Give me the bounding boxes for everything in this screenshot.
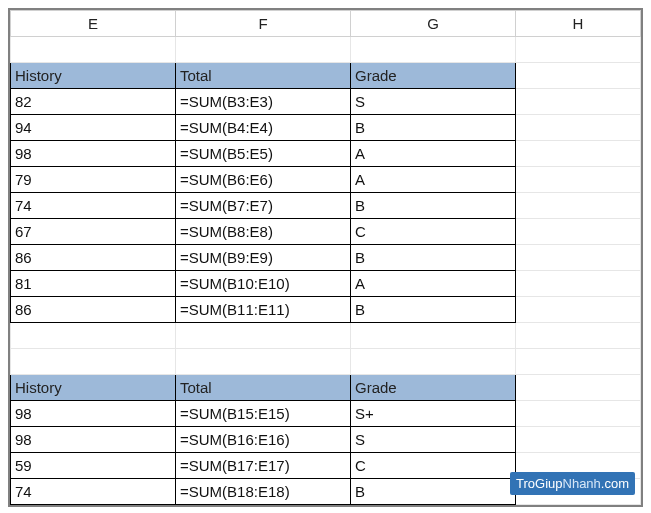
cell-grade[interactable]: B bbox=[351, 193, 516, 219]
col-header-F[interactable]: F bbox=[176, 11, 351, 37]
cell-grade[interactable]: A bbox=[351, 141, 516, 167]
cell-total[interactable]: =SUM(B6:E6) bbox=[176, 167, 351, 193]
cell-history[interactable]: 94 bbox=[11, 115, 176, 141]
cell-grade[interactable]: S+ bbox=[351, 401, 516, 427]
cell-grade[interactable]: C bbox=[351, 219, 516, 245]
table1-header-grade[interactable]: Grade bbox=[351, 63, 516, 89]
table1-header-row: History Total Grade bbox=[11, 63, 641, 89]
cell-grade[interactable]: B bbox=[351, 115, 516, 141]
cell-total[interactable]: =SUM(B16:E16) bbox=[176, 427, 351, 453]
cell[interactable] bbox=[516, 323, 641, 349]
col-header-G[interactable]: G bbox=[351, 11, 516, 37]
cell-history[interactable]: 81 bbox=[11, 271, 176, 297]
cell[interactable] bbox=[516, 427, 641, 453]
cell-grade[interactable]: C bbox=[351, 453, 516, 479]
table2-header-total[interactable]: Total bbox=[176, 375, 351, 401]
cell-history[interactable]: 59 bbox=[11, 453, 176, 479]
watermark-part-c: .com bbox=[601, 476, 629, 491]
cell-history[interactable]: 86 bbox=[11, 297, 176, 323]
table-row: 94 =SUM(B4:E4) B bbox=[11, 115, 641, 141]
cell-history[interactable]: 86 bbox=[11, 245, 176, 271]
cell[interactable] bbox=[516, 63, 641, 89]
cell-total[interactable]: =SUM(B8:E8) bbox=[176, 219, 351, 245]
spreadsheet-frame: E F G H History Total Grade 82 =SUM(B3:E… bbox=[8, 8, 643, 507]
cell[interactable] bbox=[351, 323, 516, 349]
table2-header-row: History Total Grade bbox=[11, 375, 641, 401]
watermark-part-a: TroGiup bbox=[516, 476, 562, 491]
cell-history[interactable]: 67 bbox=[11, 219, 176, 245]
cell[interactable] bbox=[176, 323, 351, 349]
cell-total[interactable]: =SUM(B11:E11) bbox=[176, 297, 351, 323]
cell-history[interactable]: 98 bbox=[11, 141, 176, 167]
table-row: 98 =SUM(B16:E16) S bbox=[11, 427, 641, 453]
cell-history[interactable]: 74 bbox=[11, 193, 176, 219]
table1-header-history[interactable]: History bbox=[11, 63, 176, 89]
table2-header-grade[interactable]: Grade bbox=[351, 375, 516, 401]
watermark-badge: TroGiupNhanh.com bbox=[510, 472, 635, 495]
col-header-E[interactable]: E bbox=[11, 11, 176, 37]
table-row: 86 =SUM(B9:E9) B bbox=[11, 245, 641, 271]
cell-history[interactable]: 98 bbox=[11, 427, 176, 453]
cell[interactable] bbox=[516, 219, 641, 245]
table-row: 79 =SUM(B6:E6) A bbox=[11, 167, 641, 193]
cell[interactable] bbox=[351, 37, 516, 63]
cell-history[interactable]: 82 bbox=[11, 89, 176, 115]
cell-history[interactable]: 98 bbox=[11, 401, 176, 427]
cell[interactable] bbox=[516, 401, 641, 427]
cell-grade[interactable]: B bbox=[351, 479, 516, 505]
cell[interactable] bbox=[516, 375, 641, 401]
cell-total[interactable]: =SUM(B15:E15) bbox=[176, 401, 351, 427]
cell[interactable] bbox=[516, 37, 641, 63]
cell[interactable] bbox=[516, 115, 641, 141]
cell[interactable] bbox=[516, 297, 641, 323]
table-row: 67 =SUM(B8:E8) C bbox=[11, 219, 641, 245]
cell-total[interactable]: =SUM(B7:E7) bbox=[176, 193, 351, 219]
cell-total[interactable]: =SUM(B5:E5) bbox=[176, 141, 351, 167]
cell[interactable] bbox=[11, 323, 176, 349]
cell-grade[interactable]: S bbox=[351, 89, 516, 115]
table-row: 82 =SUM(B3:E3) S bbox=[11, 89, 641, 115]
cell-total[interactable]: =SUM(B18:E18) bbox=[176, 479, 351, 505]
cell[interactable] bbox=[516, 141, 641, 167]
cell[interactable] bbox=[516, 245, 641, 271]
blank-row bbox=[11, 37, 641, 63]
cell-grade[interactable]: A bbox=[351, 271, 516, 297]
blank-row bbox=[11, 349, 641, 375]
cell[interactable] bbox=[516, 349, 641, 375]
column-header-row: E F G H bbox=[11, 11, 641, 37]
table-row: 98 =SUM(B5:E5) A bbox=[11, 141, 641, 167]
col-header-H[interactable]: H bbox=[516, 11, 641, 37]
table2-header-history[interactable]: History bbox=[11, 375, 176, 401]
table-row: 74 =SUM(B7:E7) B bbox=[11, 193, 641, 219]
cell-total[interactable]: =SUM(B4:E4) bbox=[176, 115, 351, 141]
table-row: 81 =SUM(B10:E10) A bbox=[11, 271, 641, 297]
cell[interactable] bbox=[351, 349, 516, 375]
cell[interactable] bbox=[176, 349, 351, 375]
cell-grade[interactable]: B bbox=[351, 245, 516, 271]
table-row: 86 =SUM(B11:E11) B bbox=[11, 297, 641, 323]
table-row: 98 =SUM(B15:E15) S+ bbox=[11, 401, 641, 427]
cell[interactable] bbox=[516, 193, 641, 219]
cell-grade[interactable]: B bbox=[351, 297, 516, 323]
cell-grade[interactable]: A bbox=[351, 167, 516, 193]
cell[interactable] bbox=[516, 89, 641, 115]
table1-header-total[interactable]: Total bbox=[176, 63, 351, 89]
cell-total[interactable]: =SUM(B10:E10) bbox=[176, 271, 351, 297]
cell-total[interactable]: =SUM(B9:E9) bbox=[176, 245, 351, 271]
cell-history[interactable]: 74 bbox=[11, 479, 176, 505]
blank-row bbox=[11, 323, 641, 349]
cell-total[interactable]: =SUM(B3:E3) bbox=[176, 89, 351, 115]
cell-grade[interactable]: S bbox=[351, 427, 516, 453]
cell[interactable] bbox=[176, 37, 351, 63]
cell-total[interactable]: =SUM(B17:E17) bbox=[176, 453, 351, 479]
cell[interactable] bbox=[11, 349, 176, 375]
spreadsheet-grid: E F G H History Total Grade 82 =SUM(B3:E… bbox=[10, 10, 641, 505]
cell[interactable] bbox=[516, 271, 641, 297]
cell[interactable] bbox=[11, 37, 176, 63]
watermark-part-b: Nhanh bbox=[563, 476, 601, 491]
cell[interactable] bbox=[516, 167, 641, 193]
cell-history[interactable]: 79 bbox=[11, 167, 176, 193]
